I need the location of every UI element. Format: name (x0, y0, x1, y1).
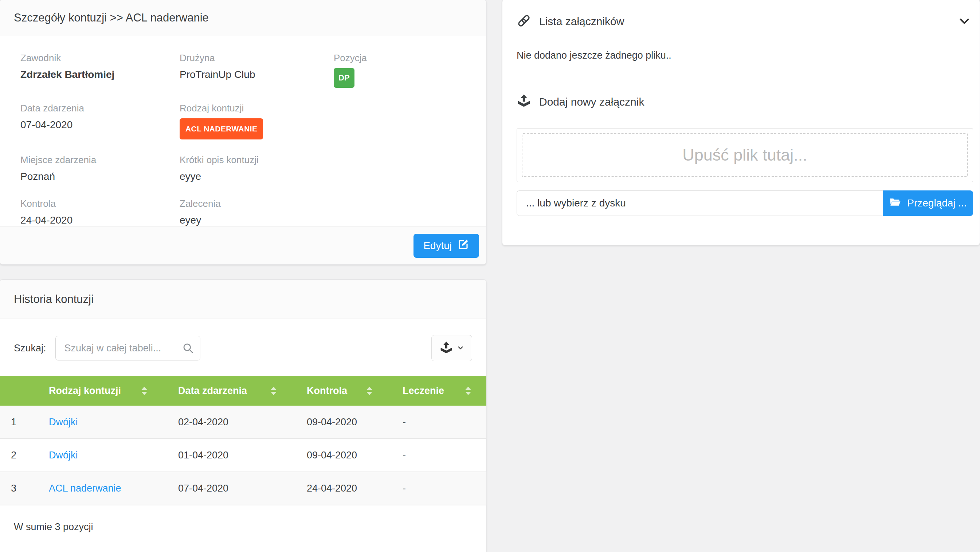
dropzone-container: Upuść plik tutaj... (517, 128, 973, 182)
field-description: Krótki opis kontuzji eyye (180, 154, 334, 183)
chevron-down-icon (958, 14, 971, 29)
field-value-event-date: 07-04-2020 (21, 118, 180, 132)
edit-button-label: Edytuj (423, 240, 452, 252)
field-event-place: Miejsce zdarzenia Poznań (21, 154, 180, 183)
caret-down-icon (457, 344, 465, 353)
search-box (56, 336, 200, 360)
page-title: Szczegóły kontuzji >> ACL naderwanie (14, 11, 209, 24)
sort-icon (271, 387, 277, 395)
row-number: 3 (0, 472, 35, 505)
cell-treatment: - (384, 406, 486, 439)
sort-icon (465, 387, 471, 395)
attachments-card: Lista załączników Nie dodano jeszcze żad… (502, 0, 980, 246)
injury-link[interactable]: Dwójki (49, 450, 78, 461)
folder-open-icon (889, 196, 901, 211)
field-label: Zalecenia (180, 198, 334, 209)
cell-treatment: - (384, 439, 486, 472)
attachments-empty-text: Nie dodano jeszcze żadnego pliku.. (517, 50, 973, 61)
field-event-date: Data zdarzenia 07-04-2020 (21, 102, 180, 140)
cell-event-date: 07-04-2020 (160, 472, 290, 505)
injury-details-header: Szczegóły kontuzji >> ACL naderwanie (0, 0, 486, 36)
field-label: Drużyna (180, 52, 334, 64)
attachments-title: Lista załączników (539, 15, 624, 28)
field-value-description: eyye (180, 170, 334, 183)
injury-history-table: Rodzaj kontuzji Data zdarzenia Kontrola … (0, 376, 486, 505)
injury-details-card: Szczegóły kontuzji >> ACL naderwanie Zaw… (0, 0, 486, 265)
sort-icon (142, 387, 147, 395)
column-header-number (0, 376, 35, 406)
field-player: Zawodnik Zdrzałek Bartłomiej (21, 52, 180, 88)
edit-icon (458, 238, 469, 253)
field-label: Rodzaj kontuzji (180, 102, 334, 114)
injury-link[interactable]: Dwójki (49, 417, 78, 427)
table-row: 2 Dwójki 01-04-2020 09-04-2020 - (0, 439, 486, 472)
edit-button[interactable]: Edytuj (414, 234, 479, 258)
dropzone-text: Upuść plik tutaj... (682, 146, 807, 165)
injury-link[interactable]: ACL naderwanie (49, 483, 121, 494)
table-summary: W sumie 3 pozycji (0, 505, 486, 549)
browse-button[interactable]: Przeglądaj ... (883, 190, 973, 216)
field-row: Data zdarzenia 07-04-2020 Rodzaj kontuzj… (21, 102, 472, 140)
field-row: Kontrola 24-04-2020 Zalecenia eyey (21, 198, 472, 227)
cell-event-date: 02-04-2020 (160, 406, 290, 439)
file-dropzone[interactable]: Upuść plik tutaj... (522, 133, 968, 177)
history-header: Historia kontuzji (0, 280, 486, 319)
cell-treatment: - (384, 472, 486, 505)
export-icon (439, 341, 453, 356)
file-path-input[interactable] (517, 190, 883, 216)
attachments-header: Lista załączników (517, 0, 973, 30)
field-value-recommendations: eyey (180, 214, 334, 227)
sort-icon (366, 387, 372, 395)
position-badge: DP (334, 68, 355, 88)
field-row: Zawodnik Zdrzałek Bartłomiej Drużyna Pro… (21, 52, 472, 88)
details-footer: Edytuj (0, 227, 486, 264)
cell-checkup: 24-04-2020 (290, 472, 384, 505)
field-checkup: Kontrola 24-04-2020 (21, 198, 180, 227)
row-number: 2 (0, 439, 35, 472)
field-label: Data zdarzenia (21, 102, 180, 114)
column-header-checkup[interactable]: Kontrola (290, 376, 384, 406)
field-value-team: ProTrainUp Club (180, 68, 334, 81)
file-picker-group: Przeglądaj ... (517, 190, 973, 216)
field-label: Kontrola (21, 198, 180, 209)
table-row: 3 ACL naderwanie 07-04-2020 24-04-2020 - (0, 472, 486, 505)
search-icon (182, 342, 194, 354)
field-label: Zawodnik (21, 52, 180, 64)
history-toolbar: Szukaj: (0, 319, 486, 376)
cell-checkup: 09-04-2020 (290, 439, 384, 472)
cell-checkup: 09-04-2020 (290, 406, 384, 439)
field-value-checkup: 24-04-2020 (21, 214, 180, 227)
field-injury-type: Rodzaj kontuzji ACL NADERWANIE (180, 102, 334, 140)
browse-button-label: Przeglądaj ... (907, 197, 967, 209)
field-row: Miejsce zdarzenia Poznań Krótki opis kon… (21, 154, 472, 183)
field-label: Pozycja (334, 52, 472, 64)
field-value-event-place: Poznań (21, 170, 180, 183)
upload-icon (517, 94, 531, 111)
injury-type-badge: ACL NADERWANIE (180, 118, 263, 140)
field-position: Pozycja DP (334, 52, 472, 88)
field-value-player: Zdrzałek Bartłomiej (21, 68, 180, 81)
injury-details-body: Zawodnik Zdrzałek Bartłomiej Drużyna Pro… (0, 36, 486, 227)
field-team: Drużyna ProTrainUp Club (180, 52, 334, 88)
cell-event-date: 01-04-2020 (160, 439, 290, 472)
field-label: Miejsce zdarzenia (21, 154, 180, 166)
search-input[interactable] (56, 336, 200, 360)
add-attachment-header: Dodaj nowy załącznik (517, 94, 973, 110)
export-button[interactable] (431, 335, 472, 361)
column-header-event-date[interactable]: Data zdarzenia (160, 376, 290, 406)
link-icon (517, 13, 531, 30)
column-header-treatment[interactable]: Leczenie (384, 376, 486, 406)
search-label: Szukaj: (14, 343, 46, 354)
collapse-toggle[interactable] (956, 13, 973, 30)
table-row: 1 Dwójki 02-04-2020 09-04-2020 - (0, 406, 486, 439)
history-title: Historia kontuzji (14, 293, 94, 306)
add-attachment-title: Dodaj nowy załącznik (539, 96, 644, 108)
row-number: 1 (0, 406, 35, 439)
table-header-row: Rodzaj kontuzji Data zdarzenia Kontrola … (0, 376, 486, 406)
field-recommendations: Zalecenia eyey (180, 198, 334, 227)
column-header-injury-type[interactable]: Rodzaj kontuzji (35, 376, 160, 406)
injury-history-card: Historia kontuzji Szukaj: (0, 279, 486, 552)
field-label: Krótki opis kontuzji (180, 154, 334, 166)
